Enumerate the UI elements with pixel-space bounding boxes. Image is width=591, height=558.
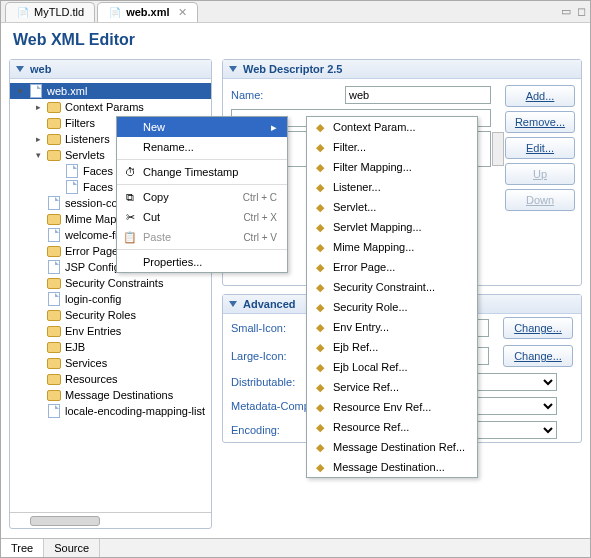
context-submenu-new: ◆Context Param...◆Filter...◆Filter Mappi… (306, 116, 478, 478)
menu-item-label: Copy (143, 191, 169, 203)
h-scrollbar[interactable] (10, 512, 211, 528)
menu-item[interactable]: ✂CutCtrl + X (117, 207, 287, 227)
panel-title: Advanced (243, 298, 296, 310)
expand-icon[interactable] (34, 359, 43, 368)
tree-node[interactable]: ▸Context Params (10, 99, 211, 115)
maximize-icon[interactable]: ◻ (577, 5, 586, 18)
close-icon[interactable]: ✕ (178, 6, 187, 19)
remove-button[interactable]: Remove... (505, 111, 575, 133)
expand-icon[interactable] (52, 167, 61, 176)
menu-item-label: Properties... (143, 256, 202, 268)
menu-item-icon: ◆ (313, 180, 327, 194)
menu-item-icon: ⧉ (123, 190, 137, 204)
tree-node[interactable]: Resources (10, 371, 211, 387)
menu-item[interactable]: ◆Security Role... (307, 297, 477, 317)
menu-item[interactable]: Rename... (117, 137, 287, 157)
menu-item: 📋PasteCtrl + V (117, 227, 287, 247)
menu-item[interactable]: ◆Servlet... (307, 197, 477, 217)
change-button[interactable]: Change... (503, 317, 573, 339)
panel-header[interactable]: web (10, 60, 211, 79)
name-field[interactable] (345, 86, 491, 104)
tree-node[interactable]: ▾web.xml (10, 83, 211, 99)
expand-icon[interactable] (34, 311, 43, 320)
menu-item-label: Security Role... (333, 301, 408, 313)
menu-item-label: Resource Env Ref... (333, 401, 431, 413)
tree-node[interactable]: Message Destinations (10, 387, 211, 403)
menu-item[interactable]: ◆Error Page... (307, 257, 477, 277)
change-button[interactable]: Change... (503, 345, 573, 367)
v-scrollbar[interactable] (492, 132, 504, 166)
tab-source[interactable]: Source (44, 539, 100, 557)
menu-item-icon: ◆ (313, 120, 327, 134)
menu-item[interactable]: ◆Servlet Mapping... (307, 217, 477, 237)
menu-item-label: Resource Ref... (333, 421, 409, 433)
expand-icon[interactable] (34, 119, 43, 128)
menu-item-icon: ◆ (313, 260, 327, 274)
tree-label: Resources (65, 373, 118, 385)
menu-item-icon: ◆ (313, 420, 327, 434)
menu-item-label: Security Constraint... (333, 281, 435, 293)
expand-icon[interactable] (34, 343, 43, 352)
expand-icon[interactable] (34, 375, 43, 384)
menu-item-label: Message Destination Ref... (333, 441, 465, 453)
menu-item[interactable]: ◆Resource Ref... (307, 417, 477, 437)
menu-item-label: Filter... (333, 141, 366, 153)
expand-icon[interactable] (34, 327, 43, 336)
expand-icon[interactable] (34, 295, 43, 304)
expand-icon[interactable]: ▸ (34, 103, 43, 112)
add-button[interactable]: Add... (505, 85, 575, 107)
expand-icon[interactable] (34, 199, 43, 208)
edit-button[interactable]: Edit... (505, 137, 575, 159)
panel-title: web (30, 63, 51, 75)
tree-node[interactable]: Env Entries (10, 323, 211, 339)
expand-icon[interactable]: ▾ (34, 151, 43, 160)
menu-item[interactable]: ◆Filter... (307, 137, 477, 157)
menu-item-icon: 📋 (123, 230, 137, 244)
menu-item[interactable]: ◆Env Entry... (307, 317, 477, 337)
menu-item[interactable]: ◆Filter Mapping... (307, 157, 477, 177)
expand-icon[interactable] (34, 407, 43, 416)
expand-icon[interactable] (52, 183, 61, 192)
tab-label: web.xml (126, 6, 169, 18)
menu-item[interactable]: Properties... (117, 252, 287, 272)
down-button[interactable]: Down (505, 189, 575, 211)
menu-item[interactable]: ◆Message Destination Ref... (307, 437, 477, 457)
menu-item[interactable]: ◆Service Ref... (307, 377, 477, 397)
menu-item[interactable]: ◆Ejb Ref... (307, 337, 477, 357)
tree-node[interactable]: Security Constraints (10, 275, 211, 291)
expand-icon[interactable] (34, 247, 43, 256)
menu-item[interactable]: ◆Security Constraint... (307, 277, 477, 297)
expand-icon[interactable] (34, 215, 43, 224)
shortcut-label: Ctrl + X (243, 212, 277, 223)
expand-icon[interactable]: ▸ (34, 135, 43, 144)
tab-mytld[interactable]: 📄 MyTLD.tld (5, 2, 95, 22)
menu-item[interactable]: ◆Listener... (307, 177, 477, 197)
menu-item[interactable]: ⏱Change Timestamp (117, 162, 287, 182)
tree-node[interactable]: locale-encoding-mapping-list (10, 403, 211, 419)
up-button[interactable]: Up (505, 163, 575, 185)
tree-node[interactable]: Services (10, 355, 211, 371)
menu-item[interactable]: ◆Mime Mapping... (307, 237, 477, 257)
minimize-icon[interactable]: ▭ (561, 5, 571, 18)
tree-label: locale-encoding-mapping-list (65, 405, 205, 417)
tab-webxml[interactable]: 📄 web.xml ✕ (97, 2, 197, 22)
expand-icon[interactable]: ▾ (16, 87, 25, 96)
tree-node[interactable]: login-config (10, 291, 211, 307)
menu-item[interactable]: ◆Resource Env Ref... (307, 397, 477, 417)
file-icon (47, 228, 61, 242)
menu-item[interactable]: New▸ (117, 117, 287, 137)
menu-item[interactable]: ◆Message Destination... (307, 457, 477, 477)
expand-icon[interactable] (34, 279, 43, 288)
tree-node[interactable]: Security Roles (10, 307, 211, 323)
tree-node[interactable]: EJB (10, 339, 211, 355)
expand-icon[interactable] (34, 263, 43, 272)
panel-header[interactable]: Web Descriptor 2.5 (223, 60, 581, 79)
menu-item[interactable]: ◆Ejb Local Ref... (307, 357, 477, 377)
tab-tree[interactable]: Tree (1, 539, 44, 557)
menu-item[interactable]: ◆Context Param... (307, 117, 477, 137)
expand-icon[interactable] (34, 231, 43, 240)
menu-item-label: Servlet... (333, 201, 376, 213)
menu-item[interactable]: ⧉CopyCtrl + C (117, 187, 287, 207)
expand-icon[interactable] (34, 391, 43, 400)
folder-icon (47, 132, 61, 146)
